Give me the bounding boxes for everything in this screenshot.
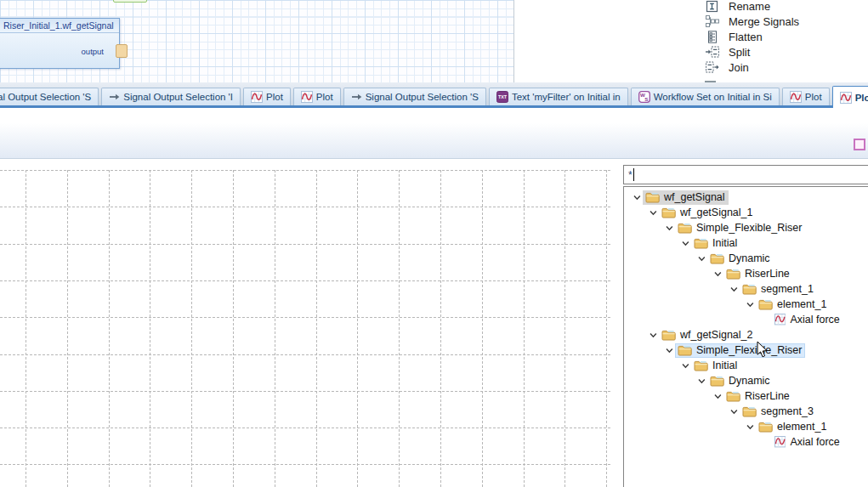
workflow-node-partial[interactable] (113, 0, 147, 3)
tab-plot[interactable]: Plot (243, 88, 291, 105)
tree-node[interactable]: element_1 (756, 420, 830, 434)
tree-node-label: RiserLine (745, 268, 790, 280)
tree-node[interactable]: Simple_Flexible_Riser (675, 221, 805, 235)
legend-color-swatch[interactable] (854, 139, 865, 150)
tree-node[interactable]: wf_getSignal (643, 190, 729, 205)
menu-item-join[interactable]: Join (701, 59, 868, 75)
chevron-down-icon[interactable] (647, 329, 659, 341)
tree-node[interactable]: wf_getSignal_1 (659, 206, 756, 220)
tab-signal-output-selection-s[interactable]: Signal Output Selection 'S (343, 88, 486, 105)
tree-node[interactable]: element_1 (756, 297, 830, 312)
flatten-icon (706, 31, 718, 43)
tree-node[interactable]: wf_getSignal_2 (659, 328, 756, 343)
chevron-down-icon[interactable] (663, 222, 675, 234)
tree-row-dynamic[interactable]: Dynamic (624, 251, 868, 266)
tree-node-label: Simple_Flexible_Riser (696, 222, 802, 234)
workflow-block[interactable]: Riser_Initial_1.wf_getSignal output (0, 18, 120, 69)
plot-gridline-horizontal (0, 354, 610, 355)
output-port[interactable] (116, 44, 128, 58)
signal-filter-input[interactable]: * (623, 165, 868, 184)
tree-node-label: wf_getSignal_1 (680, 207, 752, 218)
tree-node[interactable]: RiserLine (723, 389, 793, 404)
tree-row-element-1[interactable]: element_1 (624, 419, 868, 434)
tree-row-wf-getsignal-1[interactable]: wf_getSignal_1 (624, 205, 868, 220)
rename-icon (706, 0, 718, 13)
tab-text-myfilter-on-initial-in[interactable]: TXTText 'myFilter' on Initial in (489, 88, 628, 105)
join-icon (706, 61, 719, 73)
tree-row-axial-force[interactable]: Axial force (624, 312, 868, 327)
chevron-down-icon (680, 360, 691, 371)
tree-row-element-1[interactable]: element_1 (624, 297, 868, 312)
tree-row-simple-flexible-riser[interactable]: Simple_Flexible_Riser (624, 220, 868, 235)
chevron-down-icon[interactable] (647, 207, 659, 218)
chevron-down-icon[interactable] (631, 191, 643, 203)
tree-row-segment-3[interactable]: segment_3 (624, 404, 868, 419)
menu-item-merge-signals[interactable]: Merge Signals (701, 14, 868, 29)
menu-item-split[interactable]: Split (701, 44, 868, 59)
tab-plot[interactable]: Plot (782, 88, 830, 105)
tree-node[interactable]: Initial (691, 236, 740, 251)
tree-node[interactable]: Dynamic (707, 252, 774, 266)
folder-icon (661, 207, 676, 218)
tree-node[interactable]: Initial (691, 359, 740, 373)
tree-row-initial[interactable]: Initial (624, 358, 868, 373)
tree-row-axial-force[interactable]: Axial force (624, 434, 868, 450)
menu-item-rename[interactable]: Rename (701, 0, 868, 14)
tree-row-initial[interactable]: Initial (624, 235, 868, 251)
menu-item-flatten[interactable]: Flatten (701, 29, 868, 44)
plot-icon (301, 91, 313, 103)
tree-row-dynamic[interactable]: Dynamic (624, 373, 868, 388)
chevron-down-icon[interactable] (679, 360, 691, 371)
chevron-down-icon[interactable] (695, 375, 707, 387)
tree-node-label: Dynamic (729, 252, 770, 264)
tree-row-simple-flexible-riser[interactable]: Simple_Flexible_Riser (624, 343, 868, 358)
tree-node[interactable]: Axial force (772, 435, 843, 450)
chevron-down-icon[interactable] (712, 390, 723, 402)
menu-item-label: Join (729, 61, 749, 74)
tab-label: Workflow Set on Initial in Si (654, 92, 772, 102)
tree-node[interactable]: Axial force (772, 313, 843, 327)
tab-bar-underline (0, 105, 868, 108)
tree-row-wf-getsignal[interactable]: wf_getSignal (624, 190, 868, 205)
chevron-down-icon[interactable] (663, 344, 675, 356)
tree-node[interactable]: segment_1 (740, 282, 817, 297)
folder-icon (710, 252, 724, 264)
folder-icon (645, 191, 660, 203)
chevron-down-icon[interactable] (744, 421, 756, 433)
tree-node[interactable]: segment_3 (740, 405, 817, 419)
tab-workflow-set-on-initial-in-si[interactable]: WSWorkflow Set on Initial in Si (631, 88, 780, 105)
chevron-down-icon[interactable] (744, 298, 756, 310)
chevron-down-icon (745, 299, 756, 310)
tree-node[interactable]: Dynamic (707, 374, 774, 388)
signal-plot-icon (774, 314, 786, 325)
workflow-block-title: Riser_Initial_1.wf_getSignal (0, 19, 119, 33)
tree-row-wf-getsignal-2[interactable]: wf_getSignal_2 (624, 327, 868, 343)
folder-icon (742, 283, 757, 295)
plot-gridline-horizontal (0, 170, 610, 171)
chevron-down-icon (632, 192, 643, 203)
chevron-down-icon[interactable] (679, 237, 691, 249)
folder-icon (758, 298, 773, 310)
chevron-down-icon[interactable] (712, 268, 723, 280)
tree-row-segment-1[interactable]: segment_1 (624, 281, 868, 297)
chevron-down-icon[interactable] (695, 252, 707, 264)
tab-plot[interactable]: Plot (293, 88, 341, 105)
tab-label: Plot (805, 92, 822, 102)
chevron-down-icon[interactable] (728, 405, 740, 417)
tree-node[interactable]: RiserLine (723, 267, 793, 281)
plot-gridline-vertical (109, 170, 110, 487)
tree-node[interactable]: Simple_Flexible_Riser (675, 343, 805, 358)
tab-plot[interactable]: Plot× (832, 86, 868, 108)
tab-al-output-selection-s[interactable]: al Output Selection 'S (0, 88, 99, 105)
tree-row-riserline[interactable]: RiserLine (624, 388, 868, 404)
chevron-down-icon (745, 422, 756, 433)
tab-signal-output-selection-i[interactable]: Signal Output Selection 'I (101, 88, 241, 105)
chevron-down-icon[interactable] (728, 283, 740, 295)
signal-plot-icon (774, 436, 786, 447)
plot-gridline-vertical (67, 170, 68, 487)
menu-item-label: Rename (729, 0, 770, 13)
folder-icon (678, 222, 692, 234)
folder-icon (758, 421, 773, 433)
tree-row-riserline[interactable]: RiserLine (624, 266, 868, 281)
chevron-down-icon (712, 391, 723, 402)
